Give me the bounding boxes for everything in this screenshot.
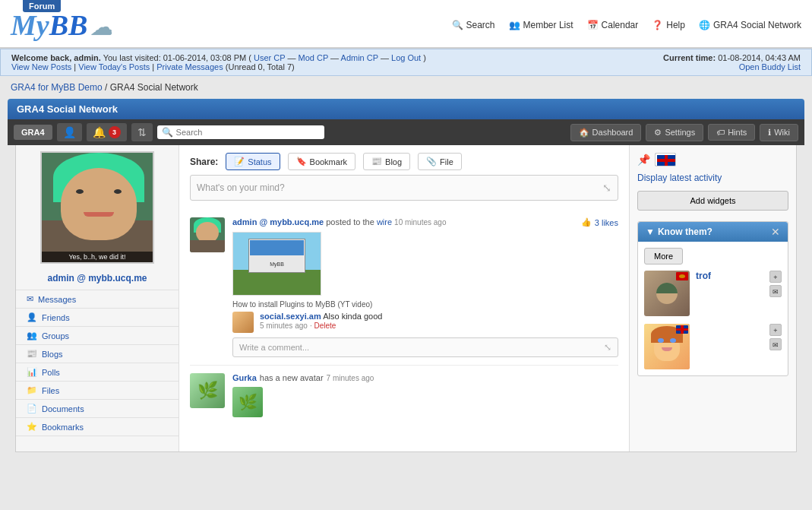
wiki-btn[interactable]: ℹ Wiki: [760, 124, 798, 141]
comment-input-1[interactable]: Write a comment... ⤡: [232, 337, 618, 357]
gra4-social-icon: 🌐: [699, 20, 710, 30]
status-placeholder: What's on your mind?: [197, 182, 285, 193]
last-visited-text: You last visited: 01-06-2014, 03:08 PM (: [103, 53, 251, 62]
know-them-header: ▼ Know them? ✕: [638, 222, 788, 242]
comment-expand-icon: ⤡: [604, 342, 611, 353]
documents-icon: 📄: [27, 404, 37, 413]
help-btn[interactable]: ❓ Help: [652, 20, 685, 30]
welcome-bar: Welcome back, admin. You last visited: 0…: [0, 49, 812, 76]
blog-tab[interactable]: 📰 Blog: [363, 153, 410, 170]
post-1-likes[interactable]: 👍 3 likes: [581, 217, 618, 227]
post-1-author[interactable]: admin @ mybb.ucq.me: [232, 217, 324, 226]
pm-count: (Unread 0, Total 7): [226, 62, 295, 71]
breadcrumb-root[interactable]: GRA4 for MyBB Demo: [11, 82, 103, 93]
view-new-posts-link[interactable]: View New Posts: [11, 62, 71, 71]
breadcrumb-separator: /: [105, 82, 110, 93]
share-area: Share: 📝 Status 🔖 Bookmark 📰 Blog: [190, 153, 618, 201]
know-them-triangle: ▼: [646, 226, 655, 237]
admin-cp-link[interactable]: Admin CP: [341, 53, 378, 62]
hints-btn[interactable]: 🏷 Hints: [708, 124, 755, 141]
groups-icon: 👥: [27, 331, 37, 341]
pin-icon: 📌: [637, 154, 650, 166]
blogs-nav[interactable]: 📰 Blogs: [16, 345, 179, 363]
post-1-image[interactable]: MyBB: [232, 232, 321, 296]
documents-nav[interactable]: 📄 Documents: [16, 400, 179, 418]
post-2-avatar[interactable]: 🌿: [190, 373, 225, 408]
post-1-caption: How to install Plugins to MyBB (YT video…: [232, 300, 618, 309]
comment-1-author[interactable]: social.sexyi.am: [260, 312, 321, 321]
toolbar-search-input[interactable]: [176, 128, 320, 137]
files-nav[interactable]: 📁 Files: [16, 382, 179, 400]
breadcrumb-current: GRA4 Social Network: [110, 82, 198, 93]
notifications-btn[interactable]: 🔔 3: [87, 123, 127, 141]
display-latest-link[interactable]: Display latest activity: [637, 173, 722, 183]
messages-icon: ✉: [27, 294, 33, 304]
file-tab-label: File: [440, 157, 453, 166]
hints-icon: 🏷: [716, 128, 725, 137]
user2-action-1[interactable]: +: [769, 324, 782, 336]
gra4-main-btn[interactable]: GRA4: [14, 125, 52, 140]
welcome-text: Welcome back, admin.: [11, 53, 101, 62]
bookmark-tab-icon: 🔖: [296, 157, 307, 166]
polls-label: Polls: [42, 368, 60, 377]
mod-cp-link[interactable]: Mod CP: [299, 53, 329, 62]
status-tab[interactable]: 📝 Status: [226, 153, 280, 170]
log-out-link[interactable]: Log Out: [391, 53, 421, 62]
groups-nav[interactable]: 👥 Groups: [16, 327, 179, 345]
notification-badge: 3: [109, 126, 121, 138]
settings-btn[interactable]: ⚙ Settings: [646, 124, 703, 141]
post-1-target[interactable]: wire: [377, 217, 392, 226]
post-2-action: has a new avatar: [260, 373, 324, 382]
calendar-btn[interactable]: 📅 Calendar: [587, 20, 639, 30]
know-them-close-icon[interactable]: ✕: [771, 226, 780, 238]
messages-nav[interactable]: ✉ Messages: [16, 290, 179, 309]
member-list-btn[interactable]: 👥 Member List: [509, 20, 573, 30]
bookmarks-nav[interactable]: ⭐ Bookmarks: [16, 418, 179, 436]
post-2-author[interactable]: Gurka: [232, 373, 257, 382]
help-icon: ❓: [652, 20, 663, 30]
sort-btn[interactable]: ⇅: [131, 123, 153, 141]
trof-action-2[interactable]: ✉: [769, 285, 782, 297]
post-item-1: admin @ mybb.ucq.me posted to the wire 1…: [190, 210, 618, 366]
friends-nav[interactable]: 👤 Friends: [16, 309, 179, 327]
comment-1-time: 5 minutes ago: [260, 322, 308, 330]
post-1-action: posted to the: [326, 217, 377, 226]
breadcrumb: GRA4 for MyBB Demo / GRA4 Social Network: [0, 76, 812, 99]
profile-btn[interactable]: 👤: [57, 123, 82, 141]
post-1-avatar[interactable]: [190, 217, 225, 252]
top-navigation: 🔍 Search 👥 Member List 📅 Calendar ❓ Help…: [452, 20, 802, 30]
gra4-social-nav-btn[interactable]: 🌐 GRA4 Social Network: [699, 20, 801, 30]
user2-action-2[interactable]: ✉: [769, 338, 782, 350]
trof-action-1[interactable]: +: [769, 271, 782, 283]
blogs-label: Blogs: [42, 350, 63, 359]
wiki-icon: ℹ: [768, 128, 771, 138]
friends-label: Friends: [42, 313, 70, 322]
bookmarks-label: Bookmarks: [42, 423, 84, 432]
calendar-icon: 📅: [587, 20, 599, 30]
status-input-area: What's on your mind? ⤡: [190, 175, 618, 201]
trof-avatar[interactable]: [644, 271, 690, 316]
view-today-link[interactable]: View Today's Posts: [78, 62, 150, 71]
comment-1-delete[interactable]: Delete: [314, 322, 336, 330]
uk-flag[interactable]: [655, 153, 676, 166]
add-widgets-btn[interactable]: Add widgets: [637, 191, 788, 211]
dashboard-btn[interactable]: 🏠 Dashboard: [570, 124, 642, 141]
search-nav-btn[interactable]: 🔍 Search: [452, 20, 495, 30]
toolbar-search-box: 🔍: [157, 125, 324, 139]
bookmark-tab[interactable]: 🔖 Bookmark: [288, 153, 356, 170]
user2-avatar[interactable]: [644, 324, 690, 369]
file-tab[interactable]: 📎 File: [418, 153, 462, 170]
open-buddy-list-link[interactable]: Open Buddy List: [739, 62, 801, 71]
more-btn[interactable]: More: [644, 248, 683, 265]
toolbar-search-icon: 🔍: [162, 127, 173, 138]
private-messages-link[interactable]: Private Messages: [156, 62, 223, 71]
trof-username[interactable]: trof: [696, 271, 763, 281]
comment-1-avatar[interactable]: [232, 312, 254, 333]
user-cp-link[interactable]: User CP: [254, 53, 285, 62]
polls-nav[interactable]: 📊 Polls: [16, 363, 179, 382]
current-time: 01-08-2014, 04:43 AM: [718, 53, 801, 62]
profile-caption: Yes, b..h, we did it!: [42, 252, 153, 262]
thumbs-up-icon: 👍: [581, 217, 592, 227]
username-link[interactable]: admin @ mybb.ucq.me: [16, 270, 179, 287]
welcome-right: Current time: 01-08-2014, 04:43 AM Open …: [663, 53, 801, 71]
